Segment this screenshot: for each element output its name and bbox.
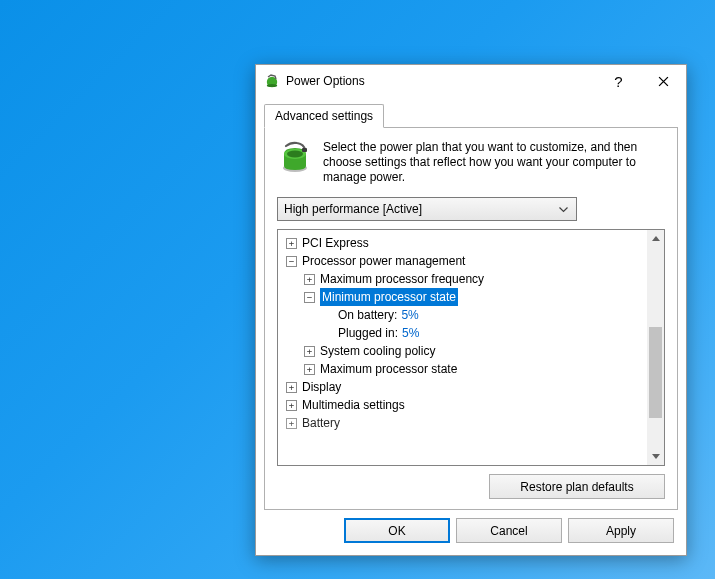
tree-item-on-battery[interactable]: On battery: 5% — [280, 306, 645, 324]
ok-button[interactable]: OK — [344, 518, 450, 543]
tree-item-system-cooling-policy[interactable]: + System cooling policy — [280, 342, 645, 360]
intro-text: Select the power plan that you want to c… — [323, 140, 665, 185]
scroll-up-button[interactable] — [647, 230, 664, 247]
expand-icon[interactable]: + — [304, 274, 315, 285]
tree-item-pci-express[interactable]: + PCI Express — [280, 234, 645, 252]
svg-point-1 — [267, 84, 277, 87]
tree-item-max-processor-frequency[interactable]: + Maximum processor frequency — [280, 270, 645, 288]
close-button[interactable] — [641, 65, 686, 97]
expand-icon[interactable]: + — [304, 346, 315, 357]
desktop-background: Power Options ? Advanced settings — [0, 0, 715, 579]
titlebar: Power Options ? — [256, 65, 686, 97]
settings-tree[interactable]: + PCI Express − Processor power manageme… — [278, 230, 647, 465]
tree-item-max-processor-state[interactable]: + Maximum processor state — [280, 360, 645, 378]
tree-label: System cooling policy — [320, 342, 435, 360]
setting-label: Plugged in: — [338, 324, 398, 342]
chevron-down-icon — [554, 202, 572, 216]
tree-item-processor-power-management[interactable]: − Processor power management — [280, 252, 645, 270]
tree-label: Maximum processor frequency — [320, 270, 484, 288]
plan-dropdown[interactable]: High performance [Active] — [277, 197, 577, 221]
help-button[interactable]: ? — [596, 65, 641, 97]
svg-point-4 — [287, 151, 303, 158]
power-options-icon — [264, 73, 280, 89]
power-plan-icon — [277, 140, 313, 176]
tree-item-display[interactable]: + Display — [280, 378, 645, 396]
plan-dropdown-value: High performance [Active] — [284, 202, 422, 216]
scroll-down-button[interactable] — [647, 448, 664, 465]
tree-item-min-processor-state[interactable]: − Minimum processor state — [280, 288, 645, 306]
restore-row: Restore plan defaults — [277, 466, 665, 499]
cancel-button[interactable]: Cancel — [456, 518, 562, 543]
svg-rect-5 — [302, 148, 307, 152]
expand-icon[interactable]: + — [286, 238, 297, 249]
collapse-icon[interactable]: − — [304, 292, 315, 303]
collapse-icon[interactable]: − — [286, 256, 297, 267]
tree-label: Processor power management — [302, 252, 465, 270]
dialog-button-row: OK Cancel Apply — [256, 518, 686, 555]
tree-item-multimedia-settings[interactable]: + Multimedia settings — [280, 396, 645, 414]
apply-button[interactable]: Apply — [568, 518, 674, 543]
tree-label: Battery — [302, 414, 340, 432]
tab-strip: Advanced settings — [256, 97, 686, 127]
tree-label: Multimedia settings — [302, 396, 405, 414]
restore-plan-defaults-button[interactable]: Restore plan defaults — [489, 474, 665, 499]
expand-icon[interactable]: + — [304, 364, 315, 375]
setting-label: On battery: — [338, 306, 397, 324]
scroll-thumb[interactable] — [649, 327, 662, 417]
tree-label: Maximum processor state — [320, 360, 457, 378]
setting-value-link[interactable]: 5% — [401, 306, 418, 324]
scroll-track[interactable] — [647, 247, 664, 448]
window-title: Power Options — [286, 74, 596, 88]
tree-label: PCI Express — [302, 234, 369, 252]
expand-icon[interactable]: + — [286, 400, 297, 411]
tab-advanced-settings[interactable]: Advanced settings — [264, 104, 384, 128]
expand-icon[interactable]: + — [286, 382, 297, 393]
tab-body: Select the power plan that you want to c… — [264, 127, 678, 510]
tree-item-plugged-in[interactable]: Plugged in: 5% — [280, 324, 645, 342]
power-options-dialog: Power Options ? Advanced settings — [255, 64, 687, 556]
tree-label-selected: Minimum processor state — [320, 288, 458, 306]
tree-scrollbar[interactable] — [647, 230, 664, 465]
tree-label: Display — [302, 378, 341, 396]
setting-value-link[interactable]: 5% — [402, 324, 419, 342]
expand-icon[interactable]: + — [286, 418, 297, 429]
settings-tree-container: + PCI Express − Processor power manageme… — [277, 229, 665, 466]
tree-item-battery[interactable]: + Battery — [280, 414, 645, 432]
intro-row: Select the power plan that you want to c… — [277, 140, 665, 185]
